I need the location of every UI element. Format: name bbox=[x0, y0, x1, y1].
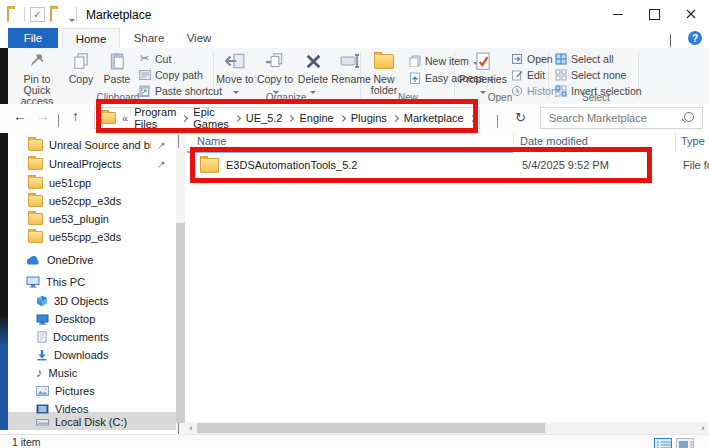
sidebar-item-ue53-plugin[interactable]: ue53_plugin bbox=[8, 210, 109, 228]
breadcrumb[interactable]: « Program Files Epic Games UE_5.2 Engine… bbox=[94, 107, 480, 129]
properties-icon bbox=[475, 50, 491, 72]
folder-icon bbox=[28, 177, 43, 189]
column-divider[interactable] bbox=[513, 133, 514, 151]
copy-path-label: Copy path bbox=[155, 69, 203, 81]
column-divider[interactable] bbox=[675, 133, 676, 151]
edit-button[interactable]: Edit bbox=[510, 67, 545, 82]
delete-button[interactable]: Delete bbox=[296, 50, 330, 96]
breadcrumb-item[interactable]: Epic Games bbox=[193, 106, 228, 130]
disk-drive-icon bbox=[36, 417, 49, 427]
breadcrumb-item[interactable]: Program Files bbox=[134, 106, 176, 130]
select-none-icon bbox=[554, 68, 567, 81]
file-date-modified: 5/4/2025 9:52 PM bbox=[522, 159, 609, 171]
breadcrumb-item[interactable]: Plugins bbox=[351, 112, 387, 124]
sidebar-scrollbar[interactable] bbox=[176, 133, 185, 432]
sidebar-item-ue51cpp[interactable]: ue51cpp bbox=[8, 174, 91, 192]
scroll-left-icon[interactable]: ‹ bbox=[185, 422, 197, 434]
address-dropdown-button[interactable] bbox=[497, 115, 498, 127]
scroll-right-icon[interactable]: › bbox=[697, 422, 709, 434]
file-row-e3dsautomationtools[interactable]: E3DSAutomationTools_5.2 5/4/2025 9:52 PM… bbox=[187, 155, 707, 175]
folder-icon bbox=[28, 213, 43, 225]
sidebar-item-downloads[interactable]: Downloads bbox=[8, 346, 108, 364]
qat-customize-caret-icon[interactable] bbox=[68, 12, 75, 24]
select-all-button[interactable]: Select all bbox=[554, 51, 614, 66]
group-label-select: Select bbox=[556, 92, 636, 103]
sidebar-item-label: ue55cpp_e3ds bbox=[49, 231, 121, 243]
group-label-new: New bbox=[368, 92, 448, 103]
tab-view-label: View bbox=[187, 32, 212, 44]
onedrive-cloud-icon bbox=[26, 255, 41, 265]
tab-file[interactable]: File bbox=[8, 28, 58, 48]
sidebar-scrollbar-thumb[interactable] bbox=[176, 223, 185, 423]
file-type: File folder bbox=[683, 159, 709, 171]
paste-shortcut-label: Paste shortcut bbox=[155, 85, 222, 97]
sidebar-item-3d-objects[interactable]: 3D Objects bbox=[8, 292, 108, 310]
sidebar-item-label: ue53_plugin bbox=[49, 213, 109, 225]
sidebar-item-documents[interactable]: Documents bbox=[8, 328, 109, 346]
sidebar-item-ue55cpp-e3ds[interactable]: ue55cpp_e3ds bbox=[8, 228, 121, 246]
refresh-button[interactable]: ↻ bbox=[515, 110, 526, 125]
breadcrumb-item[interactable]: UE_5.2 bbox=[246, 112, 283, 124]
recent-locations-button[interactable] bbox=[58, 114, 59, 126]
sidebar-item-music[interactable]: ♪ Music bbox=[8, 364, 77, 382]
back-button[interactable]: ← bbox=[13, 108, 27, 124]
music-note-icon: ♪ bbox=[36, 367, 43, 379]
sidebar-item-desktop[interactable]: Desktop bbox=[8, 310, 95, 328]
sidebar-item-pictures[interactable]: Pictures bbox=[8, 382, 95, 400]
move-to-button[interactable]: Move to bbox=[216, 50, 254, 96]
tab-view[interactable]: View bbox=[176, 28, 222, 48]
cut-button[interactable]: ✂ Cut bbox=[138, 51, 171, 66]
folder-icon bbox=[28, 195, 43, 207]
sidebar-item-this-pc[interactable]: This PC bbox=[8, 273, 85, 291]
breadcrumb-item[interactable]: Marketplace bbox=[404, 112, 464, 124]
breadcrumb-item[interactable]: Engine bbox=[299, 112, 333, 124]
collapse-ribbon-button[interactable] bbox=[670, 35, 671, 47]
paste-icon bbox=[108, 50, 126, 72]
maximize-button[interactable] bbox=[636, 0, 672, 28]
select-none-button[interactable]: Select none bbox=[554, 67, 626, 82]
qat-properties-icon[interactable]: ✓ bbox=[30, 7, 45, 22]
sidebar-item-label: Downloads bbox=[54, 349, 108, 361]
maximize-icon bbox=[649, 9, 660, 20]
document-icon bbox=[37, 331, 47, 343]
details-view-button[interactable] bbox=[654, 438, 672, 448]
tab-share[interactable]: Share bbox=[124, 28, 174, 48]
column-header-type[interactable]: Type bbox=[681, 135, 705, 147]
properties-button[interactable]: Properties bbox=[458, 50, 508, 96]
open-icon bbox=[510, 52, 523, 65]
pin-icon bbox=[157, 141, 166, 150]
tab-home[interactable]: Home bbox=[62, 28, 120, 49]
scroll-up-icon[interactable] bbox=[178, 136, 179, 148]
folder-icon bbox=[28, 231, 43, 243]
copy-button[interactable]: Copy bbox=[64, 50, 98, 85]
horizontal-scrollbar-thumb[interactable] bbox=[197, 423, 545, 433]
breadcrumb-overflow[interactable]: « bbox=[122, 112, 128, 124]
copy-to-button[interactable]: Copy to bbox=[256, 50, 294, 96]
search-icon[interactable] bbox=[684, 112, 694, 122]
qat-new-folder-icon[interactable] bbox=[50, 9, 52, 21]
column-header-date-modified[interactable]: Date modified bbox=[520, 135, 588, 147]
horizontal-scrollbar[interactable]: ‹ › bbox=[185, 422, 709, 434]
close-button[interactable] bbox=[672, 0, 709, 28]
status-bar bbox=[0, 434, 709, 448]
chevron-down-icon bbox=[497, 115, 498, 128]
paste-label: Paste bbox=[104, 74, 131, 85]
new-folder-button[interactable]: New folder bbox=[362, 50, 406, 96]
minimize-button[interactable] bbox=[600, 0, 636, 28]
group-label-organize: Organize bbox=[246, 92, 326, 103]
forward-button[interactable]: → bbox=[36, 108, 50, 124]
help-button[interactable]: ? bbox=[688, 31, 702, 45]
sidebar-item-ue52cpp-e3ds[interactable]: ue52cpp_e3ds bbox=[8, 192, 121, 210]
paste-button[interactable]: Paste bbox=[98, 50, 136, 85]
thumbnail-view-button[interactable] bbox=[676, 438, 694, 448]
sidebar-item-local-disk-c[interactable]: Local Disk (C:) bbox=[8, 413, 127, 431]
up-button[interactable]: ↑ bbox=[72, 108, 79, 124]
copy-path-button[interactable]: Copy path bbox=[138, 67, 203, 82]
sidebar-item-unrealprojects[interactable]: UnrealProjects bbox=[8, 155, 168, 173]
pin-to-quick-access-button[interactable]: Pin to Quick access bbox=[10, 50, 64, 107]
check-glyph: ✓ bbox=[33, 9, 41, 20]
search-input[interactable] bbox=[541, 108, 687, 128]
sidebar-item-unreal-source[interactable]: Unreal Source and binary bui bbox=[8, 136, 168, 154]
sidebar-item-onedrive[interactable]: OneDrive bbox=[8, 251, 93, 269]
column-header-name[interactable]: Name bbox=[197, 135, 226, 147]
